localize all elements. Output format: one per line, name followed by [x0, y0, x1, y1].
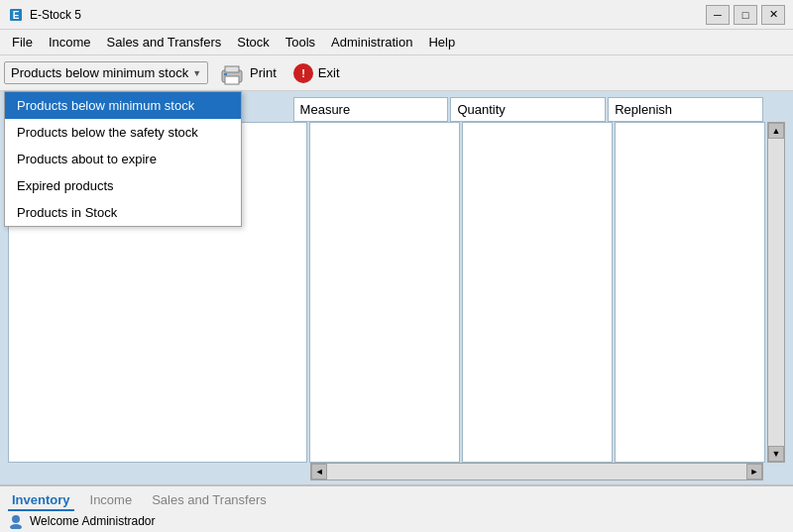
measure-column-header: Measure: [293, 97, 449, 122]
status-bar-bottom: Welcome Administrador: [0, 511, 793, 531]
tab-income[interactable]: Income: [86, 490, 137, 511]
menu-help[interactable]: Help: [420, 32, 463, 53]
svg-rect-4: [225, 76, 239, 84]
window-controls: ─ □ ✕: [706, 5, 785, 25]
svg-rect-3: [225, 66, 239, 72]
tab-sales[interactable]: Sales and Transfers: [148, 490, 271, 511]
dropdown-item-0[interactable]: Products below minimum stock: [5, 92, 241, 119]
dropdown-item-2[interactable]: Products about to expire: [5, 146, 241, 172]
status-bar: Inventory Income Sales and Transfers Wel…: [0, 484, 793, 532]
menu-administration[interactable]: Administration: [323, 32, 420, 53]
menu-income[interactable]: Income: [41, 32, 99, 53]
app-icon: E: [8, 7, 24, 23]
dropdown-item-4[interactable]: Products in Stock: [5, 199, 241, 226]
maximize-button[interactable]: □: [734, 5, 757, 25]
window-title: E-Stock 5: [30, 8, 81, 22]
svg-point-9: [10, 524, 22, 529]
dropdown-label: Products below minimum stock: [11, 65, 188, 80]
minimize-button[interactable]: ─: [706, 5, 730, 25]
dropdown-item-3[interactable]: Expired products: [5, 172, 241, 199]
svg-text:!: !: [301, 67, 305, 79]
scroll-up-arrow[interactable]: ▲: [768, 123, 784, 139]
toolbar: Products below minimum stock ▼ Print ! E…: [0, 55, 793, 91]
print-label: Print: [250, 65, 277, 80]
printer-icon: [218, 60, 246, 86]
replenish-column-header: Replenish: [608, 97, 763, 122]
title-bar: E E-Stock 5 ─ □ ✕: [0, 0, 793, 30]
quantity-column-body: [462, 122, 613, 463]
menu-stock[interactable]: Stock: [229, 32, 278, 53]
scroll-down-arrow[interactable]: ▼: [768, 446, 784, 462]
vertical-scrollbar[interactable]: ▲ ▼: [767, 122, 785, 463]
menu-tools[interactable]: Tools: [278, 32, 323, 53]
exit-button[interactable]: ! Exit: [286, 59, 346, 87]
horizontal-scrollbar[interactable]: ◄ ►: [310, 463, 763, 480]
user-icon: [8, 513, 24, 529]
title-bar-left: E E-Stock 5: [8, 7, 81, 23]
scroll-left-arrow[interactable]: ◄: [311, 464, 327, 479]
exit-icon: !: [292, 62, 314, 84]
exit-label: Exit: [318, 65, 340, 80]
svg-text:E: E: [13, 10, 20, 21]
tab-inventory[interactable]: Inventory: [8, 490, 74, 511]
dropdown-item-1[interactable]: Products below the safety stock: [5, 119, 241, 146]
measure-column-body: [309, 122, 460, 463]
print-button[interactable]: Print: [212, 57, 283, 89]
welcome-message: Welcome Administrador: [30, 514, 156, 528]
menu-file[interactable]: File: [4, 32, 41, 53]
chevron-down-icon: ▼: [192, 68, 201, 78]
svg-rect-5: [224, 73, 227, 75]
menu-sales[interactable]: Sales and Transfers: [99, 32, 230, 53]
scroll-right-arrow[interactable]: ►: [746, 464, 762, 479]
quantity-column-header: Quantity: [450, 97, 606, 122]
menu-bar: File Income Sales and Transfers Stock To…: [0, 30, 793, 55]
replenish-column-body: [615, 122, 765, 463]
report-type-dropdown-menu: Products below minimum stock Products be…: [4, 91, 242, 227]
close-button[interactable]: ✕: [761, 5, 785, 25]
status-tabs: Inventory Income Sales and Transfers: [0, 486, 793, 511]
svg-point-8: [12, 515, 20, 523]
report-type-dropdown[interactable]: Products below minimum stock ▼: [4, 61, 208, 84]
